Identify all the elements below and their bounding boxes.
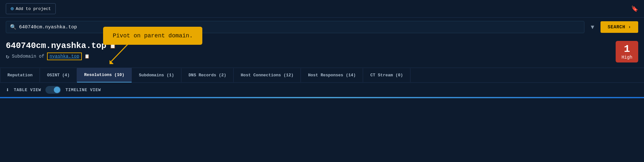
search-button[interactable]: SEARCH › [601, 21, 638, 33]
subdomain-arrow-icon: ↻ [6, 53, 9, 60]
tab-reputation-label: Reputation [7, 73, 33, 78]
top-bar: ⊕ Add to project 🔖 [0, 0, 644, 18]
tooltip-container: Pivot on parent domain. [103, 27, 202, 45]
plus-icon: ⊕ [11, 5, 14, 12]
tab-resolutions[interactable]: Resolutions (10) [77, 68, 132, 82]
tab-host-responses[interactable]: Host Responses (14) [301, 68, 363, 82]
tab-host-connections[interactable]: Host Connections (12) [234, 68, 301, 82]
domain-title-text: 640740cm.nyashka.top [6, 41, 106, 51]
tabs-section: Reputation OSINT (4) Resolutions (10) Su… [0, 68, 644, 83]
parent-domain-copy-icon[interactable]: 📋 [84, 54, 90, 59]
domain-info: 640740cm.nyashka.top 📋 ↻ Subdomain of ny… [6, 41, 616, 60]
add-to-project-button[interactable]: ⊕ Add to project [6, 3, 56, 14]
tab-dns-records-label: DNS Records (2) [188, 73, 226, 78]
tab-dns-records[interactable]: DNS Records (2) [181, 68, 234, 82]
tab-osint-label: OSINT (4) [47, 73, 70, 78]
tab-ct-stream-label: CT Stream (0) [370, 73, 403, 78]
tab-subdomains-label: Subdomains (1) [139, 73, 174, 78]
risk-number: 1 [621, 43, 633, 55]
search-button-label: SEARCH › [608, 24, 631, 30]
parent-domain-text: nyashka.top [50, 54, 79, 59]
toggle-knob [54, 87, 60, 93]
tooltip-arrow-svg [110, 42, 139, 64]
tab-host-responses-label: Host Responses (14) [308, 73, 356, 78]
parent-domain-link[interactable]: nyashka.top [47, 52, 82, 60]
tab-ct-stream[interactable]: CT Stream (0) [363, 68, 410, 82]
risk-label: High [621, 55, 633, 60]
domain-section: 640740cm.nyashka.top 📋 ↻ Subdomain of ny… [0, 36, 644, 64]
view-toggle[interactable] [45, 86, 61, 94]
search-icon: 🔍 [10, 24, 16, 30]
search-bar-section: 🔍 ▼ SEARCH › [0, 18, 644, 36]
tooltip-text: Pivot on parent domain. [113, 33, 193, 39]
risk-badge: 1 High [616, 41, 638, 62]
add-to-project-label: Add to project [16, 6, 51, 11]
bottom-bar: ⬇ TABLE VIEW TIMELINE VIEW [0, 83, 644, 97]
search-input-wrapper: 🔍 [6, 21, 584, 33]
bookmark-icon[interactable]: 🔖 [631, 5, 638, 12]
blue-accent-line [0, 97, 644, 98]
domain-title-row: 640740cm.nyashka.top 📋 [6, 41, 616, 51]
tab-resolutions-label: Resolutions (10) [84, 72, 124, 77]
table-view-label: TABLE VIEW [14, 88, 41, 92]
subdomain-prefix-text: Subdomain of [12, 54, 44, 59]
tab-reputation[interactable]: Reputation [0, 68, 40, 82]
subdomain-line: ↻ Subdomain of nyashka.top 📋 [6, 52, 616, 60]
svg-line-1 [111, 43, 129, 62]
tab-subdomains[interactable]: Subdomains (1) [132, 68, 181, 82]
filter-button[interactable]: ▼ [588, 22, 597, 33]
tab-host-connections-label: Host Connections (12) [241, 73, 293, 78]
filter-icon: ▼ [590, 24, 595, 30]
download-icon[interactable]: ⬇ [6, 86, 9, 93]
timeline-view-label: TIMELINE VIEW [65, 88, 101, 92]
tab-osint[interactable]: OSINT (4) [40, 68, 77, 82]
